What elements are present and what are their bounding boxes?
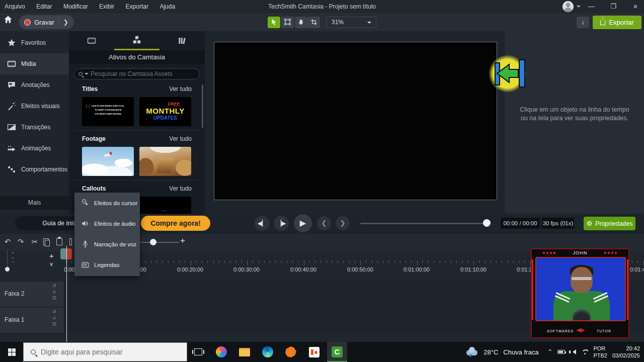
track-lock-icon[interactable]: ⊡: [52, 321, 56, 326]
temperature-label[interactable]: 28°C: [484, 348, 498, 356]
paste-button[interactable]: [56, 238, 62, 245]
playhead-out-handle[interactable]: [67, 248, 72, 259]
menu-item-narracao-de-voz[interactable]: Narração de voz: [74, 234, 140, 254]
weather-label[interactable]: Chuva fraca: [503, 348, 538, 356]
minimize-button[interactable]: —: [583, 0, 600, 13]
asset-thumb-title-monthly[interactable]: FREE MONTHLY UPDATES: [139, 97, 191, 126]
track-loop-icon[interactable]: ↺: [52, 309, 56, 314]
sidebar-item-animacoes[interactable]: Animações: [0, 138, 69, 159]
collapse-tracks-chevron-icon[interactable]: ∨: [49, 261, 53, 267]
network-icon[interactable]: [581, 349, 588, 354]
track-height-slider[interactable]: +⌕−: [5, 249, 17, 274]
track-loop-icon[interactable]: ↺: [52, 283, 56, 288]
restore-button[interactable]: ❐: [605, 0, 622, 13]
track-controls[interactable]: ↺∪⊡: [52, 283, 56, 300]
playback-progress-slider[interactable]: [360, 223, 490, 224]
edge-browser-icon[interactable]: [258, 342, 278, 362]
record-button[interactable]: Gravar ❯: [19, 15, 74, 29]
volume-icon[interactable]: [570, 349, 576, 354]
undo-button[interactable]: ↶: [2, 237, 13, 246]
assets-search-input[interactable]: [91, 70, 186, 77]
taskbar-search-input[interactable]: [41, 348, 167, 356]
battery-icon[interactable]: [557, 350, 565, 354]
cut-button[interactable]: ✂: [29, 237, 40, 246]
start-button[interactable]: [0, 342, 23, 362]
sidebar-item-anotacoes[interactable]: Anotações: [0, 74, 69, 96]
avast-icon[interactable]: [281, 342, 301, 362]
taskbar-search-box[interactable]: [23, 342, 187, 361]
sidebar-item-transicoes[interactable]: Transições: [0, 117, 69, 138]
clock[interactable]: 20:4203/02/2025: [612, 345, 640, 359]
download-media-button[interactable]: ↓: [577, 17, 589, 28]
canvas-zoom-select[interactable]: 31%: [326, 17, 376, 28]
track-header[interactable]: Faixa 1 ↺∪⊡: [0, 308, 63, 333]
see-all-link[interactable]: Ver tudo: [169, 85, 192, 93]
buy-now-button[interactable]: Compre agora!: [141, 216, 210, 231]
timeline-zoom-in-button[interactable]: +: [180, 236, 185, 246]
menu-item-legendas[interactable]: Legendas: [74, 254, 140, 275]
see-all-link[interactable]: Ver tudo: [169, 135, 192, 142]
properties-button[interactable]: ⚙ Propriedades: [584, 217, 635, 230]
tab-camtasia-assets[interactable]: [114, 31, 159, 50]
close-button[interactable]: ×: [627, 0, 644, 13]
slider-knob[interactable]: [5, 267, 10, 272]
track-header[interactable]: Faixa 2 ↺∪⊡: [0, 282, 63, 307]
orange-app-icon[interactable]: [304, 342, 324, 362]
track-controls[interactable]: ↺∪⊡: [52, 309, 56, 326]
frame-forward-button[interactable]: ▕▶: [274, 216, 289, 231]
menu-item-efeitos-de-audio[interactable]: Efeitos de áudio: [74, 213, 140, 234]
media-panel-scrollbar[interactable]: [202, 84, 203, 128]
record-options-chevron-icon[interactable]: ❯: [60, 19, 72, 26]
copilot-icon[interactable]: [211, 342, 231, 362]
track-magnet-icon[interactable]: ∪: [52, 289, 56, 294]
sidebar-item-favoritos[interactable]: Favoritos: [0, 32, 69, 53]
assets-search-box[interactable]: [74, 68, 200, 79]
copy-button[interactable]: [43, 238, 49, 245]
add-track-button[interactable]: +: [49, 251, 54, 260]
see-all-link[interactable]: Ver tudo: [169, 185, 192, 192]
previous-clip-button[interactable]: ❮: [317, 216, 331, 230]
playhead[interactable]: [66, 246, 67, 342]
tray-expand-chevron-icon[interactable]: ⌃: [547, 348, 552, 355]
sidebar-item-comportamentos[interactable]: Comportamentos: [0, 159, 69, 180]
edit-points-tool-button[interactable]: [281, 17, 294, 28]
step-forward-icon: ▕▶: [277, 220, 286, 227]
sidebar-more-button[interactable]: Mais: [0, 196, 69, 210]
menu-item-efeitos-do-cursor[interactable]: Efeitos do cursor: [74, 193, 140, 213]
sidebar-item-midia[interactable]: Mídia: [0, 53, 69, 74]
asset-thumb-title-quote[interactable]: LIFE IS LIKE RIDING A BICYCLE. TO KEEP Y…: [82, 97, 134, 126]
cubes-icon: [131, 35, 142, 45]
home-button[interactable]: [3, 15, 17, 30]
account-avatar[interactable]: [562, 1, 574, 12]
tab-media-bin[interactable]: [69, 31, 114, 50]
sidebar-item-efeitos-visuais[interactable]: Efeitos visuais: [0, 96, 69, 117]
redo-button[interactable]: ↷: [15, 237, 26, 246]
thumb-text: UPDATES: [139, 115, 191, 121]
asset-thumb-callout[interactable]: ⋯: [139, 197, 191, 214]
asset-thumb-footage-mall[interactable]: [139, 147, 191, 176]
account-caret-icon[interactable]: [577, 6, 581, 10]
play-button[interactable]: ▶: [294, 214, 312, 232]
crop-tool-button[interactable]: [307, 17, 320, 28]
task-view-button[interactable]: [188, 342, 208, 362]
split-button[interactable]: [69, 238, 72, 245]
video-canvas[interactable]: [214, 42, 497, 200]
file-explorer-icon[interactable]: [234, 342, 255, 362]
tab-library[interactable]: [159, 31, 205, 50]
export-button[interactable]: Exportar: [593, 16, 641, 29]
language-indicator[interactable]: PORPTB2: [593, 345, 607, 359]
camtasia-taskbar-icon[interactable]: C: [327, 342, 347, 362]
track-lock-icon[interactable]: ⊡: [52, 295, 56, 300]
fps-display: 30 fps (01x): [542, 218, 574, 229]
weather-icon[interactable]: [465, 348, 478, 356]
webcam-overlay: JOHN SOFTWARES TUTOR: [531, 248, 629, 338]
playback-slider-knob[interactable]: [483, 219, 491, 227]
next-clip-button[interactable]: ❯: [336, 216, 350, 230]
pan-tool-button[interactable]: [295, 17, 307, 28]
jump-start-button[interactable]: ◀▏: [255, 216, 270, 231]
asset-thumb-footage-sky[interactable]: [82, 147, 134, 176]
select-tool-button[interactable]: [268, 17, 280, 28]
playhead-in-handle[interactable]: [60, 248, 66, 259]
timeline-zoom-knob[interactable]: [150, 239, 156, 245]
track-magnet-icon[interactable]: ∪: [52, 315, 56, 320]
